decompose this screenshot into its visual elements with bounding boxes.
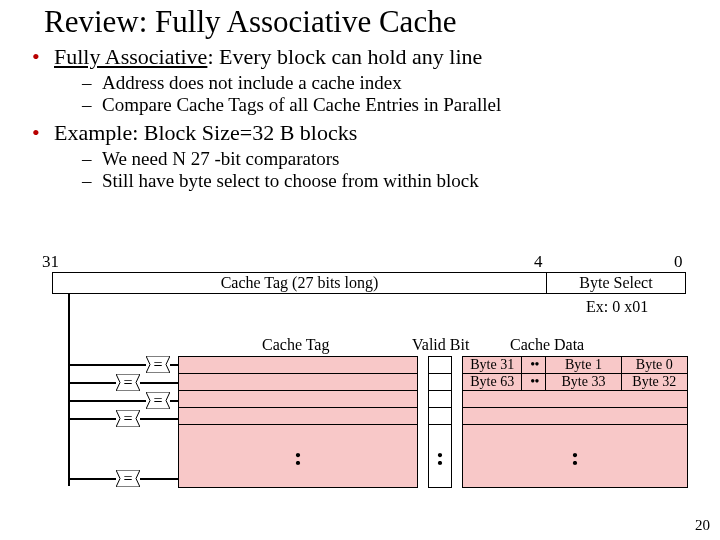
byte-select-example: Ex: 0 x01 [586, 298, 648, 316]
data-cell: Byte 1 [546, 357, 621, 373]
comparator-n: = [116, 470, 140, 487]
bullet-1-sub: Address does not include a cache index C… [54, 72, 720, 116]
tag-bus-vline [68, 294, 70, 486]
table-row [179, 374, 417, 391]
table-row [429, 408, 451, 425]
comparator-0: = [146, 356, 170, 373]
bullet-1-sub-1: Compare Cache Tags of all Cache Entries … [82, 94, 720, 116]
table-row [179, 357, 417, 374]
valid-bit-column: : [428, 356, 452, 488]
comparator-3: = [116, 410, 140, 427]
table-row [429, 357, 451, 374]
table-row-gap: : [463, 425, 687, 489]
bullet-1-rest: : Every block can hold any line [207, 44, 482, 69]
bullet-2: Example: Block Size=32 B blocks We need … [28, 120, 720, 192]
data-cell: Byte 33 [546, 374, 621, 390]
cache-diagram: 31 4 0 Cache Tag (27 bits long) Byte Sel… [34, 256, 694, 516]
bullet-list: Fully Associative: Every block can hold … [0, 44, 720, 192]
table-row [429, 374, 451, 391]
ellipsis-icon: • • [522, 374, 546, 390]
table-row [429, 391, 451, 408]
ellipsis-icon: • • [522, 357, 546, 373]
comparator-2: = [146, 392, 170, 409]
data-cell: Byte 32 [622, 374, 687, 390]
bit-label-4: 4 [534, 252, 543, 272]
slide-title: Review: Fully Associative Cache [0, 0, 720, 40]
table-row [463, 408, 687, 425]
col-header-valid: Valid Bit [412, 336, 469, 354]
bit-label-31: 31 [42, 252, 59, 272]
data-cell: Byte 0 [622, 357, 687, 373]
cache-tag-column: : [178, 356, 418, 488]
address-byte-select-field: Byte Select [546, 272, 686, 294]
bullet-2-sub-0: We need N 27 -bit comparators [82, 148, 720, 170]
table-row [179, 391, 417, 408]
bullet-2-sub: We need N 27 -bit comparators Still have… [54, 148, 720, 192]
table-row: Byte 63 • • Byte 33 Byte 32 [463, 374, 687, 391]
address-tag-field: Cache Tag (27 bits long) [52, 272, 546, 294]
data-cell: Byte 31 [463, 357, 522, 373]
comparator-1: = [116, 374, 140, 391]
bit-label-0: 0 [674, 252, 683, 272]
table-row-gap: : [429, 425, 451, 489]
data-cell: Byte 63 [463, 374, 522, 390]
bullet-1: Fully Associative: Every block can hold … [28, 44, 720, 116]
table-row [179, 408, 417, 425]
table-row-gap: : [179, 425, 417, 489]
bullet-1-sub-0: Address does not include a cache index [82, 72, 720, 94]
col-header-tag: Cache Tag [262, 336, 329, 354]
col-header-data: Cache Data [510, 336, 584, 354]
bullet-2-sub-1: Still have byte select to choose from wi… [82, 170, 720, 192]
table-row: Byte 31 • • Byte 1 Byte 0 [463, 357, 687, 374]
page-number: 20 [695, 517, 710, 534]
cache-data-column: Byte 31 • • Byte 1 Byte 0 Byte 63 • • By… [462, 356, 688, 488]
table-row [463, 391, 687, 408]
bullet-2-text: Example: Block Size=32 B blocks [54, 120, 357, 145]
bullet-1-lead: Fully Associative [54, 44, 207, 69]
